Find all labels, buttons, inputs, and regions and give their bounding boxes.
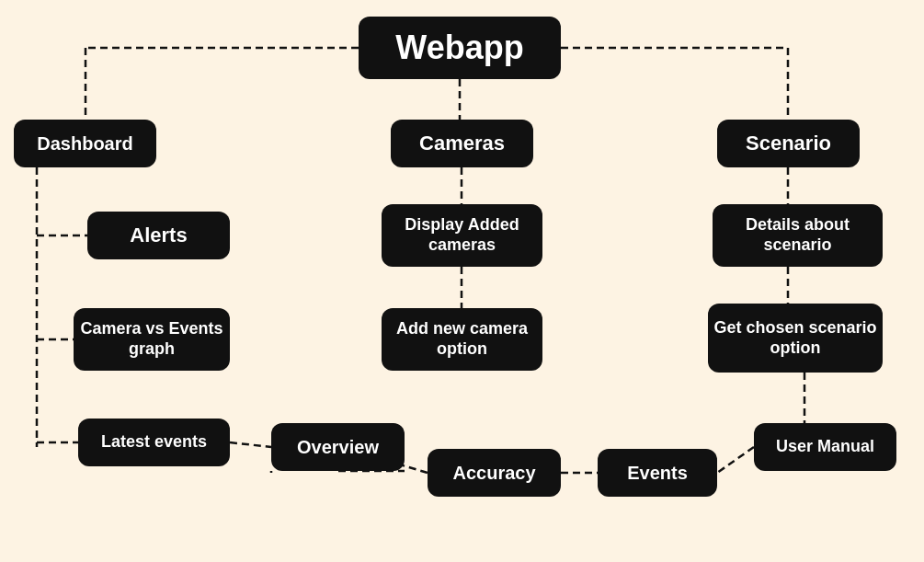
dashboard-label: Dashboard: [37, 132, 132, 155]
get-scenario-label: Get chosen scenario option: [708, 318, 883, 358]
user-manual-node: User Manual: [754, 423, 896, 471]
overview-node: Overview: [271, 423, 405, 471]
add-camera-node: Add new camera option: [382, 308, 542, 371]
overview-label: Overview: [297, 436, 379, 458]
alerts-label: Alerts: [130, 224, 187, 247]
camera-events-node: Camera vs Events graph: [74, 308, 230, 371]
cameras-node: Cameras: [391, 120, 533, 167]
events-node: Events: [598, 449, 717, 497]
camera-events-label: Camera vs Events graph: [74, 319, 230, 359]
latest-events-label: Latest events: [101, 432, 207, 453]
details-scenario-node: Details about scenario: [713, 204, 883, 267]
get-scenario-node: Get chosen scenario option: [708, 304, 883, 373]
accuracy-node: Accuracy: [428, 449, 561, 497]
display-cameras-node: Display Added cameras: [382, 204, 542, 267]
scenario-node: Scenario: [717, 120, 860, 167]
details-scenario-label: Details about scenario: [713, 215, 883, 255]
svg-line-18: [717, 447, 754, 473]
display-cameras-label: Display Added cameras: [382, 215, 542, 255]
webapp-label: Webapp: [395, 28, 523, 67]
webapp-node: Webapp: [359, 17, 561, 79]
user-manual-label: User Manual: [776, 437, 874, 457]
diagram-container: Webapp Dashboard Cameras Scenario Alerts…: [0, 0, 924, 562]
events-label: Events: [627, 462, 688, 484]
cameras-label: Cameras: [419, 132, 505, 155]
accuracy-label: Accuracy: [452, 462, 535, 484]
scenario-label: Scenario: [746, 132, 831, 155]
alerts-node: Alerts: [87, 212, 230, 259]
dashboard-node: Dashboard: [14, 120, 156, 167]
add-camera-label: Add new camera option: [382, 319, 542, 359]
latest-events-node: Latest events: [78, 419, 230, 466]
svg-line-13: [230, 442, 271, 447]
